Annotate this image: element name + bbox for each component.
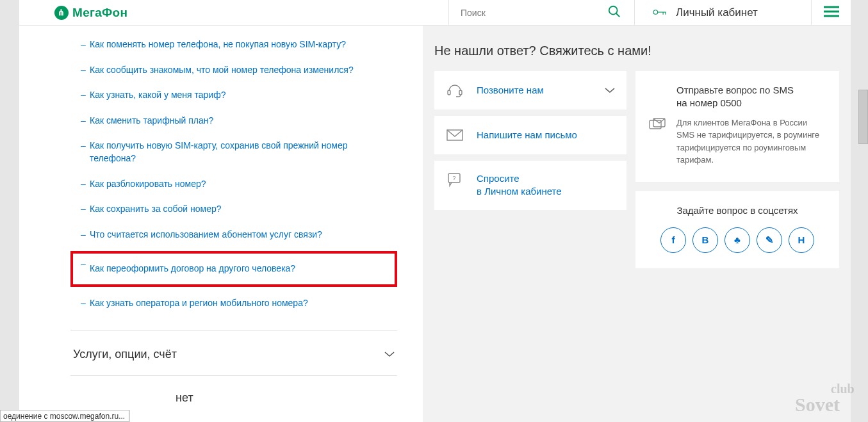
cabinet-link[interactable]: Личный кабинет: [634, 0, 811, 25]
contact-ask-label: Спросите в Личном кабинете: [477, 172, 562, 199]
faq-link[interactable]: Как переоформить договор на другого чело…: [90, 263, 295, 273]
search-input[interactable]: [461, 8, 623, 18]
section-toggle[interactable]: Услуги, опции, счёт: [70, 330, 397, 375]
question-chat-icon: ?: [446, 172, 464, 188]
sms-card: Отправьте вопрос по SMS на номер 0500 Дл…: [635, 71, 839, 182]
faq-item: Как разблокировать номер?: [70, 172, 397, 197]
contact-write-label: Напишите нам письмо: [477, 129, 577, 142]
logo-text: МегаФон: [72, 6, 127, 20]
contact-heading: Не нашли ответ? Свяжитесь с нами!: [434, 44, 839, 58]
svg-point-0: [609, 6, 618, 15]
habr-icon[interactable]: Н: [789, 227, 814, 253]
logo-area: ⋔ МегаФон: [19, 0, 448, 25]
faq-item: Как сообщить знакомым, что мой номер тел…: [70, 58, 397, 83]
svg-rect-9: [448, 90, 450, 95]
faq-link[interactable]: Как получить новую SIM-карту, сохранив с…: [90, 140, 347, 163]
faq-link[interactable]: Как узнать оператора и регион мобильного…: [90, 298, 308, 308]
faq-item: Что считается использованием абонентом у…: [70, 222, 397, 248]
logo-icon: ⋔: [54, 6, 69, 20]
faq-item: Как переоформить договор на другого чело…: [70, 251, 397, 287]
faq-link[interactable]: Как сообщить знакомым, что мой номер тел…: [90, 65, 354, 75]
faq-link[interactable]: Как поменять номер телефона, не покупая …: [90, 39, 346, 49]
vk-icon[interactable]: В: [692, 227, 718, 253]
social-row: fВ♣✎Н: [646, 227, 829, 253]
contact-write-card[interactable]: Напишите нам письмо: [434, 116, 626, 154]
faq-item: Как узнать, какой у меня тариф?: [70, 83, 397, 108]
search-icon[interactable]: [607, 4, 621, 20]
lj-icon[interactable]: ✎: [757, 227, 782, 253]
svg-point-2: [653, 10, 658, 14]
svg-rect-14: [650, 120, 661, 129]
social-title: Задайте вопрос в соцсетях: [646, 205, 829, 216]
key-icon: [653, 8, 667, 18]
truncated-section-title: нет: [70, 375, 397, 411]
contact-ask-card[interactable]: ? Спросите в Личном кабинете: [434, 161, 626, 210]
headset-icon: [446, 83, 464, 98]
faq-item: Как сохранить за собой номер?: [70, 197, 397, 222]
facebook-icon[interactable]: f: [660, 227, 686, 253]
chevron-down-icon: [384, 349, 395, 359]
sidebar: Не нашли ответ? Свяжитесь с нами! Позвон…: [423, 26, 851, 422]
faq-item: Как поменять номер телефона, не покупая …: [70, 32, 397, 58]
hamburger-icon: [823, 5, 840, 20]
faq-item: Как сменить тарифный план?: [70, 108, 397, 134]
scrollbar-thumb[interactable]: [858, 90, 868, 144]
svg-line-1: [616, 13, 620, 17]
faq-item: Как узнать оператора и регион мобильного…: [70, 291, 397, 316]
cabinet-label: Личный кабинет: [676, 6, 758, 19]
contact-call-label: Позвоните нам: [477, 84, 544, 97]
social-card: Задайте вопрос в соцсетях fВ♣✎Н: [635, 191, 839, 268]
search-area: [448, 0, 634, 25]
faq-list: Как поменять номер телефона, не покупая …: [70, 32, 397, 316]
contact-call-card[interactable]: Позвоните нам: [434, 71, 626, 110]
sms-icon: [648, 84, 666, 166]
status-bar: оединение с moscow.megafon.ru...: [0, 410, 129, 422]
odnoklassniki-icon[interactable]: ♣: [725, 227, 750, 253]
svg-rect-10: [459, 90, 462, 95]
menu-button[interactable]: [811, 0, 851, 25]
header: ⋔ МегаФон Личный кабинет: [19, 0, 851, 26]
logo[interactable]: ⋔ МегаФон: [54, 6, 127, 20]
section-title: Услуги, опции, счёт: [73, 348, 177, 361]
mail-icon: [446, 127, 464, 143]
faq-link[interactable]: Как узнать, какой у меня тариф?: [90, 90, 226, 100]
svg-text:?: ?: [452, 175, 455, 181]
sms-note: Для клиентов МегаФона в России SMS не та…: [676, 117, 826, 166]
chevron-down-icon: [605, 85, 615, 95]
faq-column: Как поменять номер телефона, не покупая …: [19, 26, 423, 422]
faq-item: Как получить новую SIM-карту, сохранив с…: [70, 133, 397, 171]
faq-link[interactable]: Что считается использованием абонентом у…: [90, 229, 322, 239]
faq-link[interactable]: Как разблокировать номер?: [90, 179, 206, 189]
sms-title: Отправьте вопрос по SMS на номер 0500: [676, 84, 826, 110]
faq-link[interactable]: Как сохранить за собой номер?: [90, 204, 222, 214]
faq-link[interactable]: Как сменить тарифный план?: [90, 115, 213, 126]
